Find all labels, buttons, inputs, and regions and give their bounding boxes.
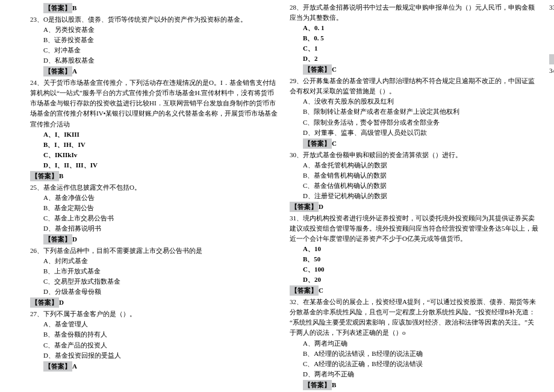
q23-answer: A — [72, 67, 77, 75]
q22-answer: B — [72, 4, 76, 11]
q30-answer-line: 【答案】D — [290, 201, 540, 213]
q27-opt-b: B、基金份额的持有人 — [30, 329, 280, 340]
q28-answer: C — [332, 66, 337, 73]
q26-answer: D — [59, 299, 64, 306]
q34-opt-a: A、开放式基金 — [549, 76, 554, 86]
q27-answer: A — [72, 362, 77, 370]
q29-opt-b: B、限制转让基金财产或者在基金财产上设定其他权利 — [290, 107, 540, 117]
q29-opt-a: A、没收有关股东的股权及红利 — [290, 96, 540, 107]
q31-stem: 31、境内机构投资者进行境外证券投资时，可以委托境外投资顾问为其提供证券买卖建议… — [290, 213, 540, 244]
q24-answer-line: 【答案】B — [30, 170, 280, 182]
q31-opt-a: A、10 — [290, 244, 540, 254]
answer-label: 【答案】 — [303, 138, 332, 149]
q27-opt-d: D、基金投资回报的受益人 — [30, 350, 280, 361]
q30-opt-a: A、基金托管机构确认的数据 — [290, 160, 540, 170]
q29-opt-c: C、限制业务活动，责令暂停部分或者全部业务 — [290, 117, 540, 128]
q32-answer-line: 【答案】B — [290, 379, 540, 391]
q25-opt-b: B、基金定期公告 — [30, 203, 280, 213]
q27-opt-a: A、基金管理人 — [30, 319, 280, 329]
q32-opt-b: B、A经理的说法错误，B经理的说法正确 — [290, 349, 540, 359]
q29-answer-line: 【答案】C — [290, 138, 540, 149]
q26-opt-c: C、交易型开放式指数基金 — [30, 276, 280, 287]
answer-label: 【答案】 — [290, 285, 319, 296]
q23-opt-c: C、对冲基金 — [30, 45, 280, 55]
answer-label: 【答案】 — [30, 297, 59, 308]
q27-opt-c: C、基金产品的投资人 — [30, 340, 280, 350]
q23-opt-a: A、另类投资基金 — [30, 25, 280, 35]
q29-opt-d: D、对董事、监事、高级管理人员处以罚款 — [290, 128, 540, 138]
answer-label: 【答案】 — [290, 202, 319, 212]
q29-stem: 29、公开募集基金的基金管理人内部治理结构不符合规定且逾期不改正的，中国证监会有… — [290, 76, 540, 96]
q27-answer-line: 【答案】A — [30, 361, 280, 372]
answer-label: 【答案】 — [43, 234, 72, 244]
q22-answer-line: 【答案】B — [30, 2, 280, 14]
q30-stem: 30、开放式基金份额申购和赎回的资金清算依据（）进行。 — [290, 150, 540, 160]
q26-stem: 26、下列基金品种中，目前不需要披露上市交易公告书的是 — [30, 246, 280, 256]
q28-opt-c: C、1 — [290, 43, 540, 54]
q29-answer: C — [332, 140, 337, 147]
q24-opt-d: D、I、II、III、IV — [30, 160, 280, 170]
q30-opt-b: B、基金销售机构确认的数据 — [290, 170, 540, 181]
q28-opt-d: D、2 — [290, 54, 540, 64]
q25-opt-c: C、基金上市交易公告书 — [30, 213, 280, 223]
q32-opt-c: C、A经理的说法正确，B经理的说法错误 — [290, 359, 540, 369]
answer-label: 【答案】 — [43, 66, 72, 76]
answer-label: 【答案】 — [43, 361, 72, 372]
q23-stem: 23、O是指以股票、债券、货币等传统资产以外的资产作为投资标的基金。 — [30, 14, 280, 25]
answer-label: 【答案】 — [30, 171, 59, 181]
q28-stem: 28、开放式基金招募说明书中过去一般规定申购申报单位为（）元人民币，申购金额应当… — [290, 2, 540, 23]
answer-label: 【答案】 — [303, 380, 332, 390]
q33-opt-b: B、现金募集和非现金募集 — [549, 23, 554, 33]
q27-stem: 27、下列不属于基金客户的是（）。 — [30, 309, 280, 319]
q26-answer-line: 【答案】D — [30, 297, 280, 308]
q31-opt-b: B、50 — [290, 254, 540, 264]
q25-answer: D — [72, 235, 77, 243]
q33-opt-c: C、场内募集和场外募集 — [549, 33, 554, 43]
q31-opt-c: C、100 — [290, 264, 540, 275]
q33-opt-a: A、合并募集和分开募集 — [549, 13, 554, 23]
answer-label: 【答案】 — [303, 64, 332, 75]
q30-answer: D — [319, 203, 323, 210]
q24-opt-c: C、IKIIkIv — [30, 150, 280, 160]
q26-opt-d: D、分级基金母份额 — [30, 287, 280, 297]
answer-label: 【答案】 — [43, 3, 72, 13]
q26-opt-b: B、上市开放式基金 — [30, 266, 280, 276]
q25-answer-line: 【答案】D — [30, 234, 280, 245]
q31-opt-d: D、20 — [290, 275, 540, 285]
q24-opt-b: B、I、IH、IV — [30, 140, 280, 150]
q28-opt-a: A、0. 1 — [290, 23, 540, 33]
q28-opt-b: B、0. 5 — [290, 33, 540, 43]
q24-stem: 24、关于货币市场基金宣传推介，下列活动存在违规情况的是O。I．基金销售支付结算… — [30, 78, 280, 129]
q24-opt-a: A、I、IKIII — [30, 129, 280, 140]
q33-answer-line: 【答案】A — [549, 54, 554, 65]
q24-answer: B — [59, 172, 63, 179]
q25-opt-d: D、基金招募说明书 — [30, 223, 280, 234]
q23-opt-d: D、私募股权基金 — [30, 55, 280, 66]
q34-stem: 34、不主动寻求取得超越市场的表现，而是试图复制某指数表现的基金是（）。 — [549, 66, 554, 76]
q30-opt-d: D、注册登记机构确认的数据 — [290, 191, 540, 201]
q32-stem1: 32、在某基金公司的展会上，投资经理A提到，“可以通过投资股票、债券、期货等来分… — [290, 297, 540, 317]
q32-opt-d: D、两者均不正确 — [290, 369, 540, 379]
q31-answer-line: 【答案】C — [290, 285, 540, 296]
q23-answer-line: 【答案】A — [30, 66, 280, 77]
q25-opt-a: A、基金净值公告 — [30, 193, 280, 203]
q25-stem: 25、基金运作信息披露文件不包括O。 — [30, 182, 280, 193]
q32-opt-a: A、两者均正确 — [290, 338, 540, 349]
q23-opt-b: B、证券投资基金 — [30, 35, 280, 45]
q26-opt-a: A、封闭式基金 — [30, 256, 280, 266]
q28-answer-line: 【答案】C — [290, 64, 540, 75]
q31-answer: C — [319, 287, 323, 294]
answer-label: 【答案】 — [549, 54, 554, 64]
q32-answer: B — [332, 381, 336, 388]
q33-opt-d: D、直销募集和分销募集 — [549, 43, 554, 54]
q30-opt-c: C、基金估值机构确认的数据 — [290, 181, 540, 191]
page-columns: 【答案】B 23、O是指以股票、债券、货币等传统资产以外的资产作为投资标的基金。… — [0, 2, 554, 391]
q33-stem: 33、我国分级基金的募集包括O两种方式。 — [549, 2, 554, 13]
q32-stem2: “系统性风险主要受宏观因素影响，应该加强对经济、政治和法律等因素的关注。”关于两… — [290, 317, 540, 338]
